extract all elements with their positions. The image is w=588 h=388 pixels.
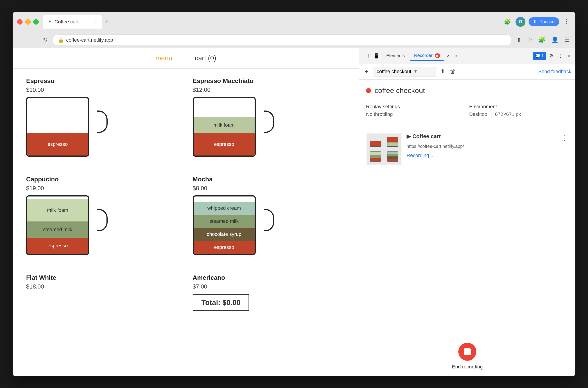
environment-label: Environment <box>469 104 569 110</box>
coffee-cup-espresso: espresso <box>26 97 98 165</box>
product-price-espresso: $10.00 <box>26 86 179 93</box>
thumb-cell-2 <box>384 134 401 149</box>
product-americano[interactable]: Americano $7.00 Total: $0.00 <box>193 274 346 311</box>
replay-throttle-value: No throttling <box>366 111 466 117</box>
product-name-espresso: Espresso <box>26 77 179 85</box>
forward-button[interactable]: → <box>29 35 38 45</box>
product-name-espresso-macchiato: Espresso Macchiato <box>193 77 346 85</box>
recording-select-value: coffee checkout <box>377 69 411 74</box>
stop-icon <box>464 348 471 355</box>
milk-foam-layer-c: milk foam <box>27 199 88 221</box>
recording-info: ▶ Coffee cart ⋮ https://coffee-cart.netl… <box>407 133 569 158</box>
profile-switcher-icon[interactable]: 👤 <box>550 35 560 45</box>
profile-avatar[interactable]: G <box>515 17 525 27</box>
minimize-traffic-light[interactable] <box>25 19 31 24</box>
recording-site-name[interactable]: ▶ Coffee cart <box>407 133 441 140</box>
new-tab-button[interactable]: + <box>103 18 111 26</box>
tab-elements[interactable]: Elements <box>382 51 409 61</box>
devtools-more-tabs-icon[interactable]: » <box>452 51 459 61</box>
paused-button[interactable]: ⏸ Paused <box>529 17 559 26</box>
product-espresso-macchiato[interactable]: Espresso Macchiato $12.00 espresso milk … <box>193 77 346 165</box>
devtools-tabs: ⬚ 📱 Elements Recorder ▶ × » 💬 1 ⚙ ⋮ × <box>359 48 575 63</box>
list-icon[interactable]: ☰ <box>563 35 571 45</box>
tab-bar: ▼ Coffee cart × + <box>43 15 498 29</box>
export-recording-button[interactable]: ⬆ <box>439 67 447 76</box>
traffic-lights <box>17 19 39 24</box>
site-nav: menu cart (0) <box>13 48 359 68</box>
product-name-flat-white: Flat White <box>26 274 179 281</box>
recording-entry: ▶ Coffee cart ⋮ https://coffee-cart.netl… <box>366 131 569 167</box>
thumb-cell-1 <box>367 134 384 149</box>
profile-area: 🧩 G ⏸ Paused ⋮ <box>502 17 571 27</box>
close-traffic-light[interactable] <box>17 19 23 24</box>
product-price-espresso-macchiato: $12.00 <box>193 86 346 93</box>
thumb-cell-3 <box>367 149 384 164</box>
tab-recorder[interactable]: Recorder ▶ <box>410 51 444 61</box>
chrome-menu-icon[interactable]: ⋮ <box>562 17 571 26</box>
devtools-inspect-icon[interactable]: ⬚ <box>363 51 371 61</box>
reload-button[interactable]: ↻ <box>41 35 49 45</box>
product-price-mocha: $8.00 <box>193 185 346 192</box>
recording-options-button[interactable]: ⋮ <box>561 133 569 143</box>
total-display: Total: $0.00 <box>193 294 249 311</box>
recording-thumbnail <box>366 133 402 165</box>
menu-nav-link[interactable]: menu <box>155 54 172 62</box>
browser-tab[interactable]: ▼ Coffee cart × <box>43 15 102 29</box>
devtools-device-icon[interactable]: 📱 <box>372 51 381 61</box>
cup-handle-mo <box>264 209 274 231</box>
devtools-settings-icon[interactable]: ⚙ <box>547 51 555 61</box>
end-recording-label: End recording <box>452 364 483 370</box>
recorder-content: coffee checkout Replay settings No throt… <box>359 80 575 336</box>
url-text: coffee-cart.netlify.app <box>66 37 113 43</box>
steamed-milk-layer-mo: steamed milk <box>194 215 255 228</box>
product-mocha[interactable]: Mocha $8.00 espresso chocolate syrup ste… <box>193 176 346 263</box>
maximize-traffic-light[interactable] <box>33 19 39 24</box>
send-feedback-link[interactable]: Send feedback <box>538 69 571 74</box>
stop-recording-button[interactable] <box>458 343 476 361</box>
delete-recording-button[interactable]: 🗑 <box>448 67 457 76</box>
devtools-panel: ⬚ 📱 Elements Recorder ▶ × » 💬 1 ⚙ ⋮ × + … <box>359 48 575 376</box>
espresso-layer-c: espresso <box>27 238 88 254</box>
espresso-layer: espresso <box>27 133 88 155</box>
recording-title: coffee checkout <box>366 86 569 95</box>
address-field[interactable]: 🔒 coffee-cart.netlify.app <box>53 34 512 46</box>
recording-url: https://coffee-cart.netlify.app/ <box>407 144 569 149</box>
espresso-layer-m: espresso <box>194 133 255 155</box>
add-recording-button[interactable]: + <box>363 67 370 76</box>
recording-title-text: coffee checkout <box>375 86 425 95</box>
recorder-toolbar: + coffee checkout ▼ ⬆ 🗑 Send feedback <box>359 63 575 80</box>
security-icon: 🔒 <box>58 37 64 43</box>
products-grid: Espresso $10.00 espresso <box>26 77 345 311</box>
extensions-puzzle-icon[interactable]: 🧩 <box>537 35 547 45</box>
share-icon[interactable]: ⬆ <box>515 35 523 45</box>
extensions-icon[interactable]: 🧩 <box>502 17 512 26</box>
recording-select[interactable]: coffee checkout ▼ <box>373 67 436 76</box>
steamed-milk-layer-c: steamed milk <box>27 221 88 238</box>
product-name-cappucino: Cappucino <box>26 176 179 183</box>
devtools-chat-icon[interactable]: 💬 1 <box>533 52 546 60</box>
product-price-cappucino: $19.00 <box>26 185 179 192</box>
environment-value: Desktop | 672×671 px <box>469 111 569 117</box>
replay-settings-section: Replay settings No throttling Environmen… <box>366 104 569 124</box>
product-cappucino[interactable]: Cappucino $19.00 espresso steamed milk m… <box>26 176 179 263</box>
product-flat-white[interactable]: Flat White $18.00 <box>26 274 179 311</box>
thumb-cell-4 <box>384 149 401 164</box>
recording-status[interactable]: Recording ... <box>407 153 569 158</box>
devtools-close-icon[interactable]: × <box>566 51 572 61</box>
tab-close-button[interactable]: × <box>95 19 97 24</box>
coffee-cup-mocha: espresso chocolate syrup steamed milk wh… <box>193 195 265 263</box>
back-button[interactable]: ← <box>17 35 26 45</box>
devtools-kebab-icon[interactable]: ⋮ <box>556 51 565 61</box>
milk-foam-layer-m: milk foam <box>194 117 255 133</box>
product-espresso[interactable]: Espresso $10.00 espresso <box>26 77 179 165</box>
bookmark-star-icon[interactable]: ☆ <box>526 35 534 45</box>
browser-window: ▼ Coffee cart × + 🧩 G ⏸ Paused ⋮ ← → ↻ 🔒… <box>13 12 575 376</box>
cup-handle <box>97 111 108 133</box>
chocolate-syrup-layer-mo: chocolate syrup <box>194 228 255 241</box>
main-content: menu cart (0) Espresso $10.00 espresso <box>13 48 575 376</box>
cart-nav-link[interactable]: cart (0) <box>195 54 216 62</box>
devtools-close-tab-icon[interactable]: × <box>445 51 452 61</box>
select-arrow-icon: ▼ <box>414 69 417 74</box>
website-content: menu cart (0) Espresso $10.00 espresso <box>13 48 359 376</box>
devtools-footer: End recording <box>359 336 575 376</box>
